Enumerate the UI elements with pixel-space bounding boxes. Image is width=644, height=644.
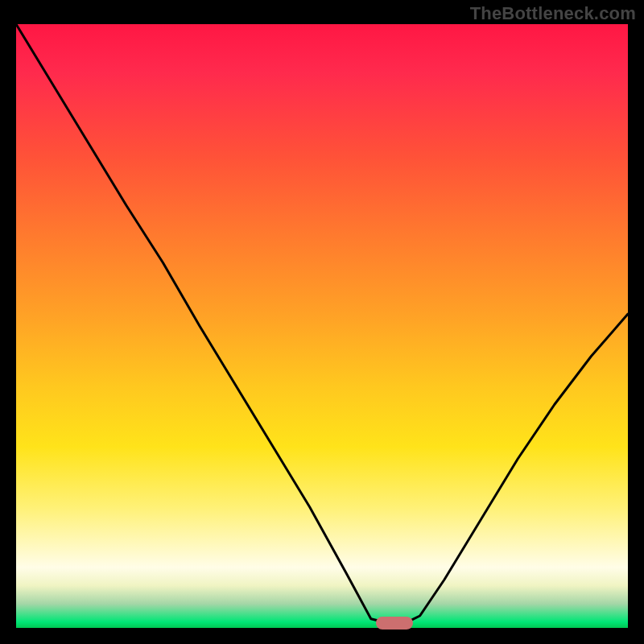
plot-area — [16, 24, 628, 628]
bottleneck-minimum-marker — [376, 617, 413, 630]
chart-frame: TheBottleneck.com — [0, 0, 644, 644]
curve-path — [16, 24, 628, 622]
watermark-text: TheBottleneck.com — [470, 3, 636, 24]
bottleneck-curve — [16, 24, 628, 628]
